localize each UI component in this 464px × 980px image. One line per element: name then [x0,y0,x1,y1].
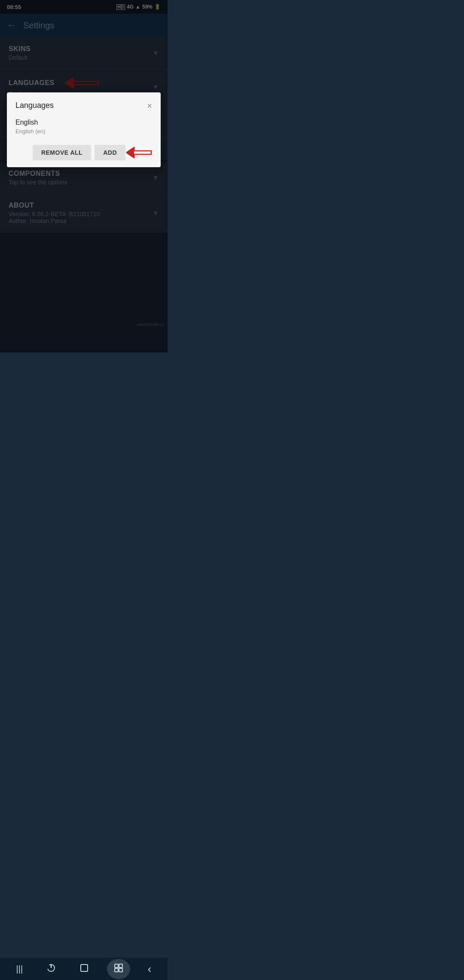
dialog-title: Languages [15,101,54,110]
add-arrow-annotation [126,147,152,159]
dialog-actions: REMOVE ALL ADD [15,145,152,160]
dialog-language-sub: English (en) [15,128,152,135]
dialog-header: Languages × [15,101,152,110]
dialog-overlay [0,0,168,352]
remove-all-button[interactable]: REMOVE ALL [33,145,91,160]
svg-marker-3 [126,147,134,158]
languages-dialog: Languages × English English (en) REMOVE … [7,92,161,167]
dialog-close-button[interactable]: × [147,101,152,110]
add-button[interactable]: ADD [95,145,125,160]
dialog-language-name: English [15,119,152,126]
